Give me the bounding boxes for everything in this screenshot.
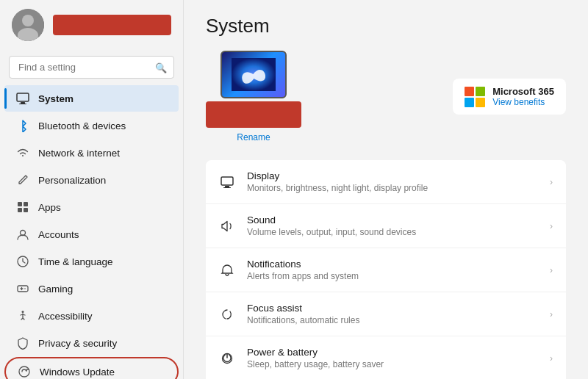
accessibility-label: Accessibility bbox=[38, 311, 93, 322]
microsoft365-section: Microsoft 365 View benefits bbox=[453, 79, 566, 115]
page-title: System bbox=[206, 15, 566, 37]
svg-point-13 bbox=[24, 288, 26, 289]
search-box: 🔍 bbox=[9, 56, 174, 79]
sidebar-header bbox=[0, 0, 183, 50]
setting-item-power[interactable]: Power & battery Sleep, battery usage, ba… bbox=[206, 336, 566, 379]
power-desc: Sleep, battery usage, battery saver bbox=[247, 359, 538, 369]
focus-title: Focus assist bbox=[247, 303, 538, 314]
accounts-icon bbox=[16, 228, 29, 241]
notifications-title: Notifications bbox=[247, 259, 538, 270]
ms365-square-red bbox=[465, 87, 474, 96]
sound-chevron: › bbox=[550, 221, 553, 231]
setting-item-sound[interactable]: Sound Volume levels, output, input, soun… bbox=[206, 204, 566, 248]
settings-list: Display Monitors, brightness, night ligh… bbox=[206, 160, 566, 379]
svg-rect-8 bbox=[18, 208, 22, 212]
svg-rect-9 bbox=[24, 208, 28, 212]
sidebar-nav: System Bluetooth & devices bbox=[0, 84, 183, 379]
ms365-text: Microsoft 365 View benefits bbox=[492, 86, 554, 107]
gaming-icon bbox=[16, 282, 29, 295]
power-title: Power & battery bbox=[247, 347, 538, 358]
ms365-title: Microsoft 365 bbox=[492, 86, 554, 97]
personalization-icon bbox=[16, 173, 29, 187]
avatar-image bbox=[12, 9, 44, 41]
search-icon: 🔍 bbox=[155, 62, 167, 73]
notifications-text: Notifications Alerts from apps and syste… bbox=[247, 259, 538, 281]
apps-label: Apps bbox=[38, 202, 61, 213]
system-label: System bbox=[38, 93, 74, 104]
svg-rect-6 bbox=[18, 202, 22, 206]
sound-icon bbox=[219, 218, 235, 234]
sidebar: 🔍 System Bl bbox=[0, 0, 184, 379]
svg-rect-17 bbox=[221, 177, 233, 185]
sound-title: Sound bbox=[247, 214, 538, 225]
sidebar-item-personalization[interactable]: Personalization bbox=[4, 167, 179, 193]
privacy-icon bbox=[16, 336, 29, 350]
focus-desc: Notifications, automatic rules bbox=[247, 315, 538, 325]
notifications-icon bbox=[219, 262, 235, 278]
time-label: Time & language bbox=[38, 256, 113, 267]
notifications-chevron: › bbox=[550, 265, 553, 275]
svg-point-14 bbox=[22, 311, 24, 313]
system-icon bbox=[16, 92, 29, 105]
ms365-square-yellow bbox=[476, 98, 485, 107]
sound-text: Sound Volume levels, output, input, soun… bbox=[247, 214, 538, 237]
system-header: Rename Microsoft 365 View benefits bbox=[206, 51, 566, 142]
display-icon bbox=[219, 174, 235, 190]
sidebar-item-time[interactable]: Time & language bbox=[4, 248, 179, 275]
power-chevron: › bbox=[550, 353, 553, 364]
sidebar-item-windows-update[interactable]: Windows Update bbox=[4, 357, 179, 379]
accessibility-icon bbox=[16, 309, 29, 322]
apps-icon bbox=[16, 201, 29, 214]
sidebar-item-gaming[interactable]: Gaming bbox=[4, 275, 179, 302]
display-desc: Monitors, brightness, night light, displ… bbox=[247, 183, 538, 193]
power-text: Power & battery Sleep, battery usage, ba… bbox=[247, 347, 538, 369]
ms365-square-green bbox=[476, 87, 485, 96]
focus-text: Focus assist Notifications, automatic ru… bbox=[247, 303, 538, 325]
display-text: Display Monitors, brightness, night ligh… bbox=[247, 170, 538, 193]
sidebar-item-accounts[interactable]: Accounts bbox=[4, 221, 179, 248]
bluetooth-icon bbox=[16, 119, 29, 132]
accounts-label: Accounts bbox=[38, 229, 79, 240]
svg-rect-18 bbox=[225, 186, 229, 187]
rename-link[interactable]: Rename bbox=[237, 132, 270, 142]
svg-point-1 bbox=[22, 15, 34, 26]
svg-rect-4 bbox=[21, 102, 25, 104]
sidebar-item-apps[interactable]: Apps bbox=[4, 194, 179, 220]
ms365-view-benefits[interactable]: View benefits bbox=[492, 97, 554, 107]
search-input[interactable] bbox=[9, 56, 174, 79]
setting-item-focus[interactable]: Focus assist Notifications, automatic ru… bbox=[206, 292, 566, 336]
app-container: 🔍 System Bl bbox=[0, 0, 588, 379]
personalization-label: Personalization bbox=[38, 175, 106, 186]
windows-update-icon bbox=[18, 365, 31, 378]
bluetooth-label: Bluetooth & devices bbox=[38, 120, 126, 131]
sidebar-item-bluetooth[interactable]: Bluetooth & devices bbox=[4, 112, 179, 139]
display-chevron: › bbox=[550, 177, 553, 187]
user-name-bar bbox=[53, 15, 171, 35]
ms365-logo bbox=[465, 87, 485, 107]
sidebar-item-privacy[interactable]: Privacy & security bbox=[4, 330, 179, 356]
network-label: Network & internet bbox=[38, 148, 120, 159]
sidebar-item-accessibility[interactable]: Accessibility bbox=[4, 303, 179, 329]
ms365-square-blue bbox=[465, 98, 474, 107]
svg-point-15 bbox=[19, 367, 29, 377]
power-icon bbox=[219, 350, 235, 367]
pc-thumbnail bbox=[220, 51, 287, 98]
focus-icon bbox=[219, 306, 235, 322]
focus-chevron: › bbox=[550, 309, 553, 320]
sidebar-item-network[interactable]: Network & internet bbox=[4, 140, 179, 166]
privacy-label: Privacy & security bbox=[38, 338, 117, 349]
windows-update-label: Windows Update bbox=[40, 367, 115, 378]
svg-rect-7 bbox=[24, 202, 28, 206]
sound-desc: Volume levels, output, input, sound devi… bbox=[247, 227, 538, 237]
network-icon bbox=[16, 146, 29, 159]
pc-name-bar bbox=[206, 101, 301, 128]
sidebar-item-system[interactable]: System bbox=[4, 85, 179, 112]
setting-item-notifications[interactable]: Notifications Alerts from apps and syste… bbox=[206, 248, 566, 292]
setting-item-display[interactable]: Display Monitors, brightness, night ligh… bbox=[206, 160, 566, 204]
notifications-desc: Alerts from apps and system bbox=[247, 271, 538, 281]
avatar bbox=[12, 9, 44, 41]
main-content: System bbox=[184, 0, 588, 379]
gaming-label: Gaming bbox=[38, 284, 73, 295]
svg-rect-3 bbox=[17, 93, 29, 101]
display-title: Display bbox=[247, 170, 538, 181]
